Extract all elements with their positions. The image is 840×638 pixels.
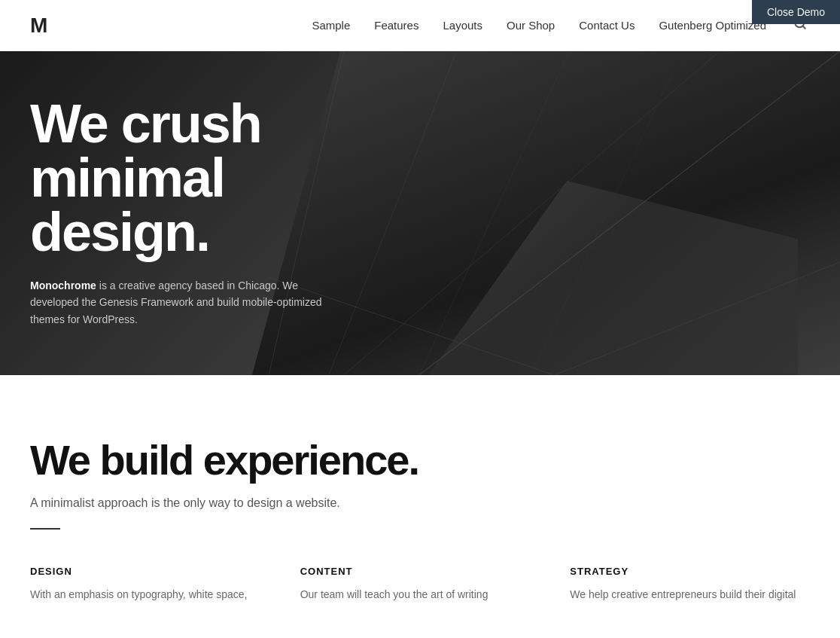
svg-line-8: [419, 51, 840, 375]
column-strategy: STRATEGY We help creative entrepreneurs …: [570, 566, 810, 603]
column-strategy-text: We help creative entrepreneurs build the…: [570, 586, 810, 603]
hero-section: We crush minimal design. Monochrome is a…: [0, 51, 840, 375]
nav-item-gutenberg[interactable]: Gutenberg Optimized: [659, 19, 766, 32]
feature-columns: DESIGN With an emphasis on typography, w…: [30, 566, 810, 603]
section-divider: [30, 528, 60, 530]
main-section: We build experience. A minimalist approa…: [0, 375, 840, 638]
hero-title: We crush minimal design.: [30, 96, 391, 259]
section-subtitle: A minimalist approach is the only way to…: [30, 496, 810, 510]
nav-item-ourshop[interactable]: Our Shop: [507, 19, 555, 32]
hero-brand-name: Monochrome: [30, 279, 96, 292]
column-content-heading: CONTENT: [300, 566, 540, 577]
hero-description: Monochrome is a creative agency based in…: [30, 277, 346, 328]
site-header: M Sample Features Layouts Our Shop Conta…: [0, 0, 840, 51]
site-logo[interactable]: M: [30, 14, 47, 38]
section-title: We build experience.: [30, 435, 810, 484]
nav-item-sample[interactable]: Sample: [312, 19, 350, 32]
column-design-heading: DESIGN: [30, 566, 270, 577]
nav-item-features[interactable]: Features: [374, 19, 418, 32]
column-content: CONTENT Our team will teach you the art …: [300, 566, 540, 603]
nav-item-contactus[interactable]: Contact Us: [579, 19, 635, 32]
svg-line-7: [555, 262, 840, 375]
column-strategy-heading: STRATEGY: [570, 566, 810, 577]
nav-item-layouts[interactable]: Layouts: [443, 19, 482, 32]
svg-line-5: [532, 51, 683, 375]
svg-line-9: [344, 51, 720, 375]
svg-line-1: [802, 26, 805, 28]
column-design-text: With an emphasis on typography, white sp…: [30, 586, 270, 603]
column-design: DESIGN With an emphasis on typography, w…: [30, 566, 270, 603]
hero-content: We crush minimal design. Monochrome is a…: [30, 96, 391, 328]
main-nav: Sample Features Layouts Our Shop Contact…: [312, 14, 810, 37]
svg-line-4: [419, 51, 570, 375]
column-content-text: Our team will teach you the art of writi…: [300, 586, 540, 603]
close-demo-button[interactable]: Close Demo: [752, 0, 840, 24]
